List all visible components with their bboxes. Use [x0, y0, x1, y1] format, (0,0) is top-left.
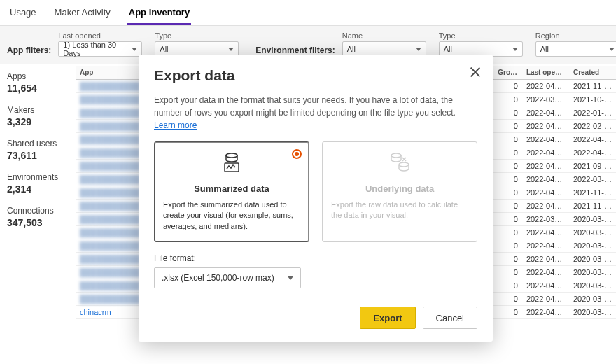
cell-last-opened: 2022-04-13 — [522, 80, 569, 93]
app-filters-label: App filters: — [7, 33, 51, 55]
cell-groups: 0 — [493, 306, 522, 319]
cell-groups: 0 — [493, 133, 522, 146]
nav-tabs: Usage Maker Activity App Inventory — [0, 0, 616, 26]
close-icon[interactable] — [469, 66, 482, 78]
cell-created: 2020-03-0… — [569, 213, 616, 226]
chevron-down-icon — [228, 48, 234, 51]
card-summarized-title: Summarized data — [163, 183, 300, 194]
cell-last-opened: 2022-03-16 — [522, 213, 569, 226]
col-created[interactable]: Created — [569, 66, 616, 80]
filter-type2-label: Type — [439, 31, 523, 40]
stat-connections-value: 347,503 — [7, 217, 69, 228]
cell-last-opened: 2022-04-13 — [522, 133, 569, 146]
cell-groups: 0 — [493, 173, 522, 186]
cell-groups: 0 — [493, 279, 522, 293]
cell-created: 2022-02-1… — [569, 120, 616, 133]
learn-more-link[interactable]: Learn more — [154, 120, 197, 130]
database-icon — [163, 152, 300, 178]
cell-created: 2021-10-1… — [569, 93, 616, 106]
cell-last-opened: 2022-04-08 — [522, 239, 569, 253]
dialog-title: Export data — [154, 67, 477, 84]
card-underlying-title: Underlying data — [331, 183, 468, 194]
svg-point-0 — [226, 153, 237, 158]
cell-created: 2022-04-0… — [569, 146, 616, 160]
filter-type1-label: Type — [155, 31, 239, 40]
card-underlying-data: Underlying data Export the raw data used… — [322, 141, 477, 242]
cell-groups: 0 — [493, 213, 522, 226]
cell-created: 2020-03-0… — [569, 306, 616, 319]
database-rows-icon — [331, 152, 468, 178]
cell-created: 2020-03-0… — [569, 239, 616, 253]
chevron-down-icon — [609, 48, 615, 51]
cell-groups: 0 — [493, 239, 522, 253]
cell-created: 2020-03-0… — [569, 226, 616, 239]
cell-last-opened: 2022-04-13 — [522, 266, 569, 279]
cell-last-opened: 2022-04-13 — [522, 306, 569, 319]
svg-point-3 — [399, 162, 409, 167]
cell-created: 2020-03-0… — [569, 253, 616, 266]
cell-groups: 0 — [493, 146, 522, 160]
cell-created: 2021-09-1… — [569, 160, 616, 173]
cell-groups: 0 — [493, 200, 522, 213]
col-last-opened[interactable]: Last opened — [522, 66, 569, 80]
tab-app-inventory[interactable]: App Inventory — [127, 4, 191, 25]
chevron-down-icon — [132, 48, 137, 51]
cell-last-opened: 2022-04-13 — [522, 279, 569, 293]
cell-created: 2020-03-0… — [569, 279, 616, 293]
filter-region-select[interactable]: All — [536, 41, 616, 57]
radio-selected-icon — [292, 149, 302, 159]
cell-last-opened: 2022-04-12 — [522, 160, 569, 173]
stat-apps-value: 11,654 — [7, 83, 69, 94]
cell-created: 2022-01-2… — [569, 106, 616, 120]
export-button[interactable]: Export — [360, 307, 415, 329]
cell-last-opened: 2022-04-13 — [522, 146, 569, 160]
cell-last-opened: 2022-04-13 — [522, 293, 569, 306]
file-format-label: File format: — [154, 253, 477, 263]
cell-created: 2021-11-2… — [569, 200, 616, 213]
cell-last-opened: 2022-04-06 — [522, 226, 569, 239]
cell-created: 2020-03-0… — [569, 266, 616, 279]
stat-envs-value: 2,314 — [7, 183, 69, 195]
cell-last-opened: 2022-04-12 — [522, 253, 569, 266]
cell-last-opened: 2022-04-01 — [522, 106, 569, 120]
cell-last-opened: 2022-04-12 — [522, 186, 569, 200]
col-groups[interactable]: Groups — [493, 66, 522, 80]
stat-connections-label: Connections — [7, 206, 69, 216]
chevron-down-icon — [288, 276, 293, 280]
dialog-description: Export your data in the format that suit… — [154, 94, 477, 132]
cell-groups: 0 — [493, 106, 522, 120]
cell-created: 2022-03-3… — [569, 173, 616, 186]
filter-last-opened-select[interactable]: 1) Less than 30 Days — [58, 41, 142, 57]
tab-maker-activity[interactable]: Maker Activity — [53, 4, 112, 25]
cell-last-opened: 2022-03-15 — [522, 93, 569, 106]
stat-makers-value: 3,329 — [7, 116, 69, 127]
cell-last-opened: 2022-04-12 — [522, 120, 569, 133]
stat-shared-label: Shared users — [7, 139, 69, 148]
cell-created: 2020-03-0… — [569, 293, 616, 306]
cell-groups: 0 — [493, 293, 522, 306]
cell-groups: 0 — [493, 186, 522, 200]
card-summarized-desc: Export the summarized data used to creat… — [163, 200, 300, 232]
file-format-select[interactable]: .xlsx (Excel 150,000-row max) — [154, 267, 301, 288]
cell-created: 2021-11-2… — [569, 80, 616, 93]
stat-makers-label: Makers — [7, 105, 69, 115]
stat-apps-label: Apps — [7, 71, 69, 81]
cell-groups: 0 — [493, 120, 522, 133]
tab-usage[interactable]: Usage — [8, 4, 38, 25]
card-summarized-data[interactable]: Summarized data Export the summarized da… — [154, 141, 309, 242]
cell-groups: 0 — [493, 160, 522, 173]
cell-groups: 0 — [493, 266, 522, 279]
filter-last-opened-label: Last opened — [58, 31, 142, 40]
env-filters-label: Environment filters: — [255, 33, 335, 55]
cell-created: 2022-04-0… — [569, 133, 616, 146]
card-underlying-desc: Export the raw data used to calculate th… — [331, 200, 468, 221]
stat-envs-label: Environments — [7, 172, 69, 182]
export-data-dialog: Export data Export your data in the form… — [139, 55, 493, 342]
filter-region-label: Region — [536, 31, 616, 40]
cell-last-opened: 2022-04-13 — [522, 173, 569, 186]
cell-groups: 0 — [493, 226, 522, 239]
filter-name-label: Name — [342, 31, 426, 40]
cancel-button[interactable]: Cancel — [423, 307, 477, 329]
cell-created: 2021-11-2… — [569, 186, 616, 200]
chevron-down-icon — [416, 48, 421, 51]
